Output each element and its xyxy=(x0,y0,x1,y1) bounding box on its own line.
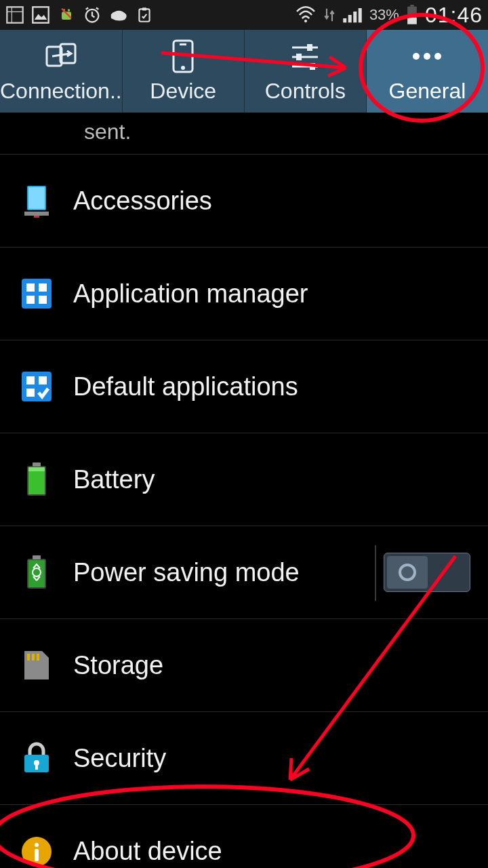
security-icon xyxy=(18,739,56,777)
svg-rect-56 xyxy=(35,764,38,770)
svg-rect-49 xyxy=(33,555,41,559)
data-arrows-icon xyxy=(323,7,336,23)
tab-connections[interactable]: Connection.. xyxy=(0,30,123,113)
svg-rect-15 xyxy=(410,5,413,7)
svg-rect-1 xyxy=(33,7,48,22)
item-label: Battery xyxy=(73,465,470,494)
svg-point-28 xyxy=(413,53,420,60)
svg-point-29 xyxy=(424,53,430,60)
item-storage[interactable]: Storage xyxy=(0,619,488,712)
tab-label: Device xyxy=(150,79,216,104)
svg-rect-13 xyxy=(359,8,362,22)
device-icon xyxy=(171,39,195,73)
alarm-icon xyxy=(83,5,102,24)
svg-rect-53 xyxy=(37,654,39,660)
item-label: Application manager xyxy=(73,279,470,309)
svg-rect-40 xyxy=(22,372,52,401)
item-label: Default applications xyxy=(73,372,470,401)
picture-icon xyxy=(31,5,50,24)
svg-rect-20 xyxy=(180,43,186,45)
svg-point-9 xyxy=(304,20,307,22)
svg-rect-42 xyxy=(39,376,47,384)
svg-rect-51 xyxy=(27,654,30,660)
tab-controls[interactable]: Controls xyxy=(245,30,367,113)
item-battery[interactable]: Battery xyxy=(0,433,488,526)
svg-rect-38 xyxy=(26,296,35,304)
controls-icon xyxy=(288,39,322,73)
svg-rect-39 xyxy=(39,296,47,304)
item-power-saving-mode[interactable]: Power saving mode xyxy=(0,526,488,619)
settings-list: sent. Accessories Application manager De… xyxy=(0,113,488,868)
item-label: Power saving mode xyxy=(73,558,373,587)
power-saving-toggle[interactable] xyxy=(384,553,470,592)
settings-tabs: Connection.. Device Controls General xyxy=(0,30,488,113)
wifi-icon xyxy=(295,6,317,24)
status-right-icons: 33% 01:46 xyxy=(295,3,483,28)
svg-rect-43 xyxy=(26,389,35,397)
svg-rect-59 xyxy=(35,849,39,861)
svg-rect-12 xyxy=(353,12,357,22)
tab-general[interactable]: General xyxy=(367,30,488,113)
notification-icon xyxy=(5,5,24,24)
battery-percent: 33% xyxy=(369,6,399,24)
item-label: Security xyxy=(73,744,470,773)
svg-rect-16 xyxy=(407,18,417,24)
svg-rect-36 xyxy=(26,283,35,292)
svg-rect-11 xyxy=(348,15,352,22)
svg-rect-37 xyxy=(39,283,47,292)
svg-rect-25 xyxy=(296,54,302,60)
more-icon xyxy=(408,39,446,73)
svg-point-30 xyxy=(434,53,441,60)
svg-rect-23 xyxy=(307,44,312,51)
android-icon xyxy=(57,5,76,24)
svg-rect-10 xyxy=(343,18,346,22)
tab-label: General xyxy=(389,79,466,104)
item-application-manager[interactable]: Application manager xyxy=(0,248,488,340)
svg-rect-0 xyxy=(7,7,22,22)
svg-rect-34 xyxy=(34,216,39,218)
svg-rect-41 xyxy=(26,376,35,384)
clipboard-icon xyxy=(136,5,153,24)
signal-icon xyxy=(342,6,363,24)
item-about-device[interactable]: About device xyxy=(0,805,488,868)
app-manager-icon xyxy=(18,275,56,313)
item-default-applications[interactable]: Default applications xyxy=(0,340,488,433)
svg-rect-8 xyxy=(142,7,147,10)
battery-full-icon xyxy=(18,460,56,498)
svg-rect-47 xyxy=(28,467,45,471)
partial-row[interactable]: sent. xyxy=(0,113,488,155)
item-label: Accessories xyxy=(73,186,470,216)
svg-rect-45 xyxy=(33,462,41,467)
tab-device[interactable]: Device xyxy=(123,30,245,113)
item-label: About device xyxy=(73,837,470,866)
statusbar: 33% 01:46 xyxy=(0,0,488,30)
about-icon xyxy=(18,833,56,869)
status-left-icons xyxy=(5,5,153,24)
connections-icon xyxy=(43,39,79,73)
svg-rect-7 xyxy=(139,9,149,21)
tab-label: Controls xyxy=(265,79,346,104)
item-accessories[interactable]: Accessories xyxy=(0,155,488,248)
tab-label: Connection.. xyxy=(0,79,122,104)
partial-row-text: sent. xyxy=(84,119,131,144)
svg-rect-52 xyxy=(32,654,35,660)
hedgehog-icon xyxy=(108,6,129,24)
svg-point-58 xyxy=(35,843,39,847)
svg-point-21 xyxy=(181,66,185,70)
default-apps-icon xyxy=(18,368,56,406)
power-saving-icon xyxy=(18,553,56,591)
svg-rect-33 xyxy=(24,212,49,216)
accessories-icon xyxy=(18,182,56,220)
status-time: 01:46 xyxy=(425,3,483,28)
svg-point-4 xyxy=(68,9,70,11)
storage-icon xyxy=(18,646,56,684)
svg-rect-27 xyxy=(310,63,315,70)
item-security[interactable]: Security xyxy=(0,712,488,805)
item-label: Storage xyxy=(73,651,470,680)
battery-icon xyxy=(406,5,418,25)
svg-rect-32 xyxy=(28,187,45,209)
svg-rect-35 xyxy=(22,279,52,309)
